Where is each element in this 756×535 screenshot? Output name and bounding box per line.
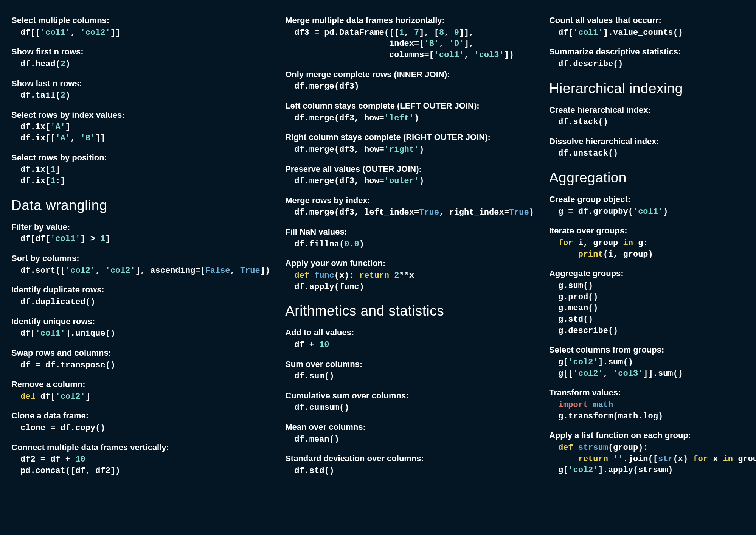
section-entries: Add to all values:df + 10Sum over column… — [285, 327, 534, 476]
entry-code: df.std() — [285, 465, 534, 477]
entry-code: df.stack() — [549, 117, 756, 128]
entry-code: df = df.transpose() — [11, 360, 270, 371]
entry-code: df.merge(df3, how='right') — [285, 144, 534, 156]
cheatsheet-entry: Apply your own function:def func(x): ret… — [285, 258, 534, 292]
cheatsheet-entry: Preserve all values (OUTER JOIN):df.merg… — [285, 164, 534, 187]
entry-code: df.ix[1] df.ix[1:] — [11, 164, 270, 187]
cheatsheet-entry: Merge multiple data frames horizontally:… — [285, 15, 534, 61]
entry-label: Standard devieation over columns: — [285, 453, 534, 464]
entry-label: Merge rows by index: — [285, 195, 534, 206]
entry-code: g['col2'].sum() g[['col2', 'col3']].sum(… — [549, 357, 756, 379]
entry-code: import math g.transform(math.log) — [549, 400, 756, 422]
column-1: Select multiple columns:df[['col1', 'col… — [11, 15, 270, 512]
cheatsheet-entry: Transform values:import math g.transform… — [549, 387, 756, 422]
entry-code: def strsum(group): return ''.join([str(x… — [549, 442, 756, 476]
entry-code: df.sum() — [285, 371, 534, 382]
entry-label: Apply your own function: — [285, 258, 534, 269]
cheatsheet-entry: Add to all values:df + 10 — [285, 327, 534, 350]
section-entries: Select multiple columns:df[['col1', 'col… — [11, 15, 270, 187]
entry-code: df.describe() — [549, 59, 756, 70]
cheatsheet-entry: Merge rows by index:df.merge(df3, left_i… — [285, 195, 534, 218]
entry-label: Sum over columns: — [285, 359, 534, 370]
entry-label: Connect multiple data frames vertically: — [11, 442, 270, 453]
entry-label: Aggregate groups: — [549, 268, 756, 279]
section-entries: Create hierarchical index:df.stack()Diss… — [549, 105, 756, 160]
entry-code: df.merge(df3, how='outer') — [285, 176, 534, 187]
cheatsheet-entry: Aggregate groups:g.sum() g.prod() g.mean… — [549, 268, 756, 336]
entry-label: Iterate over groups: — [549, 226, 756, 236]
entry-label: Count all values that occurr: — [549, 15, 756, 26]
cheatsheet-entry: Create hierarchical index:df.stack() — [549, 105, 756, 128]
entry-code: df3 = pd.DataFrame([[1, 7], [8, 9]], ind… — [285, 27, 534, 61]
cheatsheet-entry: Right column stays complete (RIGHT OUTER… — [285, 132, 534, 155]
entry-label: Fill NaN values: — [285, 227, 534, 238]
entry-label: Preserve all values (OUTER JOIN): — [285, 164, 534, 175]
cheatsheet-entry: Show last n rows:df.tail(2) — [11, 78, 270, 101]
section-heading: Hierarchical indexing — [549, 81, 756, 96]
entry-label: Add to all values: — [285, 327, 534, 338]
cheatsheet-entry: Show first n rows:df.head(2) — [11, 47, 270, 70]
cheatsheet-entry: Swap rows and columns:df = df.transpose(… — [11, 348, 270, 371]
entry-code: df.merge(df3, how='left') — [285, 113, 534, 124]
entry-label: Select columns from groups: — [549, 345, 756, 356]
entry-label: Create hierarchical index: — [549, 105, 756, 116]
entry-code: df.merge(df3) — [285, 81, 534, 92]
entry-code: df + 10 — [285, 339, 534, 351]
entry-label: Left column stays complete (LEFT OUTER J… — [285, 101, 534, 112]
cheatsheet-entry: Standard devieation over columns:df.std(… — [285, 453, 534, 476]
cheatsheet-entry: Filter by value:df[df['col1'] > 1] — [11, 222, 270, 245]
entry-label: Summarize descriptive statistics: — [549, 47, 756, 58]
entry-label: Mean over columns: — [285, 422, 534, 433]
section-entries: Merge multiple data frames horizontally:… — [285, 15, 534, 292]
entry-code: df.duplicated() — [11, 297, 270, 308]
entry-code: df[df['col1'] > 1] — [11, 233, 270, 245]
cheatsheet-entry: Identify duplicate rows:df.duplicated() — [11, 285, 270, 308]
cheatsheet-entry: Count all values that occurr:df['col1'].… — [549, 15, 756, 38]
section-heading: Data wrangling — [11, 198, 270, 213]
entry-label: Merge multiple data frames horizontally: — [285, 15, 534, 26]
cheatsheet-entry: Select rows by index values:df.ix['A'] d… — [11, 110, 270, 144]
section-heading: Aggregation — [549, 170, 756, 186]
cheatsheet-entry: Fill NaN values:df.fillna(0.0) — [285, 227, 534, 250]
entry-label: Show first n rows: — [11, 47, 270, 58]
entry-label: Apply a list function on each group: — [549, 430, 756, 441]
entry-label: Right column stays complete (RIGHT OUTER… — [285, 132, 534, 143]
entry-code: df.head(2) — [11, 59, 270, 70]
cheatsheet-entry: Iterate over groups:for i, group in g: p… — [549, 226, 756, 260]
cheatsheet-entry: Sum over columns:df.sum() — [285, 359, 534, 382]
cheatsheet-entry: Select columns from groups:g['col2'].sum… — [549, 345, 756, 379]
entry-label: Remove a column: — [11, 379, 270, 390]
column-2: Merge multiple data frames horizontally:… — [285, 15, 534, 512]
cheatsheet-entry: Connect multiple data frames vertically:… — [11, 442, 270, 477]
entry-code: def func(x): return 2**x df.apply(func) — [285, 270, 534, 292]
column-3: Count all values that occurr:df['col1'].… — [549, 15, 756, 512]
entry-code: df.mean() — [285, 434, 534, 445]
entry-label: Show last n rows: — [11, 78, 270, 89]
cheatsheet-entry: Dissolve hierarchical index:df.unstack() — [549, 136, 756, 159]
entry-label: Identify duplicate rows: — [11, 285, 270, 295]
entry-code: df['col1'].unique() — [11, 328, 270, 339]
entry-code: df.ix['A'] df.ix[['A', 'B']] — [11, 121, 270, 144]
entry-label: Swap rows and columns: — [11, 348, 270, 359]
cheatsheet-entry: Apply a list function on each group:def … — [549, 430, 756, 476]
entry-label: Filter by value: — [11, 222, 270, 233]
cheatsheet-entry: Create group object:g = df.groupby('col1… — [549, 194, 756, 217]
entry-label: Cumulative sum over columns: — [285, 390, 534, 401]
section-entries: Filter by value:df[df['col1'] > 1]Sort b… — [11, 222, 270, 477]
cheatsheet-entry: Sort by columns:df.sort(['col2', 'col2']… — [11, 253, 270, 276]
entry-label: Sort by columns: — [11, 253, 270, 264]
entry-label: Select rows by position: — [11, 152, 270, 163]
entry-label: Select rows by index values: — [11, 110, 270, 121]
cheatsheet-entry: Select rows by position:df.ix[1] df.ix[1… — [11, 152, 270, 187]
section-entries: Create group object:g = df.groupby('col1… — [549, 194, 756, 476]
entry-code: df.sort(['col2', 'col2'], ascending=[Fal… — [11, 265, 270, 277]
entry-code: df.fillna(0.0) — [285, 239, 534, 250]
cheatsheet-entry: Only merge complete rows (INNER JOIN):df… — [285, 69, 534, 92]
entry-code: df.tail(2) — [11, 90, 270, 101]
entry-label: Only merge complete rows (INNER JOIN): — [285, 69, 534, 80]
entry-code: clone = df.copy() — [11, 423, 270, 434]
entry-label: Transform values: — [549, 387, 756, 398]
section-heading: Arithmetics and statistics — [285, 303, 534, 319]
cheatsheet-entry: Clone a data frame:clone = df.copy() — [11, 411, 270, 434]
cheatsheet-entry: Select multiple columns:df[['col1', 'col… — [11, 15, 270, 38]
